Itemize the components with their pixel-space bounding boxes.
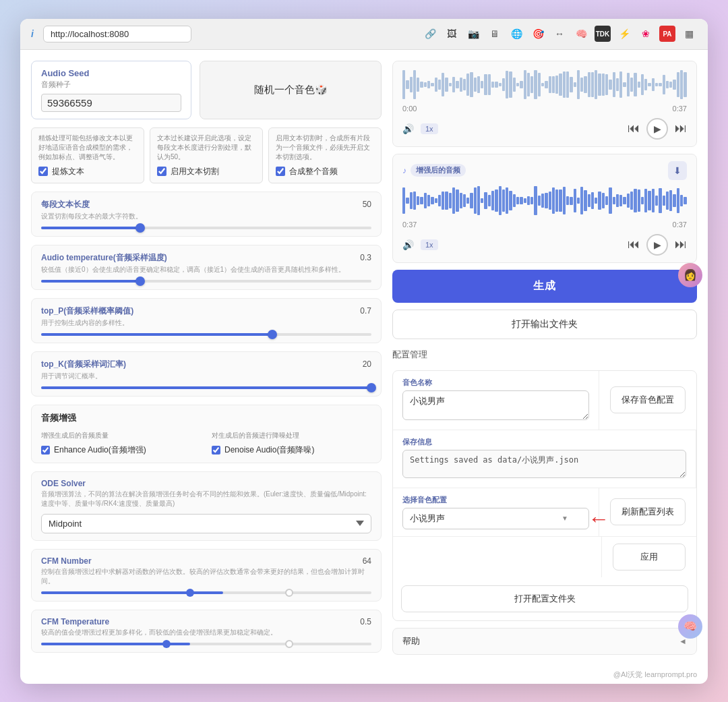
- merge-checkbox[interactable]: [276, 167, 285, 176]
- red-sq-icon[interactable]: PA: [659, 26, 675, 42]
- waveform-bar: [534, 186, 537, 216]
- skip-fwd-btn[interactable]: ⏭: [675, 121, 687, 136]
- waveform-bar: [484, 192, 487, 208]
- grid-icon[interactable]: ▦: [681, 26, 697, 42]
- waveform-bar: [677, 188, 679, 214]
- waveform-bar: [555, 189, 558, 212]
- apply-btn[interactable]: 应用: [613, 544, 686, 571]
- waveform-bar: [520, 197, 522, 204]
- denoise-col: 对生成后的音频进行降噪处理 Denoise Audio(音频降噪): [212, 431, 371, 456]
- waveform-bar: [516, 83, 519, 86]
- tdk-icon[interactable]: TDK: [595, 26, 611, 42]
- main-content: Audio Seed 音频种子 随机一个音色🎲 精炼处理可能包括修改文本以更好地…: [20, 50, 708, 666]
- help-row[interactable]: 帮助 ◄: [392, 628, 697, 655]
- enhanced-time-end: 0:37: [673, 221, 687, 229]
- speed-badge[interactable]: 1x: [421, 123, 438, 134]
- ai-icon[interactable]: ↔: [551, 26, 568, 42]
- text-length-thumb[interactable]: [135, 223, 145, 233]
- random-btn[interactable]: 随机一个音色🎲: [200, 61, 382, 119]
- waveform-bar: [595, 198, 597, 204]
- waveform-bar: [410, 77, 413, 93]
- select-voice-display[interactable]: 小说男声 ▼: [402, 508, 589, 529]
- waveform-bar: [402, 187, 405, 213]
- target-icon[interactable]: 🎯: [530, 26, 546, 42]
- audio-temp-track[interactable]: [41, 280, 371, 283]
- waveform-bar: [435, 78, 437, 91]
- split-checkbox[interactable]: [157, 167, 166, 176]
- cfm-temp-thumb2[interactable]: [285, 640, 293, 648]
- waveform-bar: [460, 78, 462, 92]
- globe-icon[interactable]: 🌐: [508, 26, 524, 42]
- text-length-track[interactable]: [41, 227, 371, 229]
- waveform-bar: [630, 192, 633, 210]
- camera-icon[interactable]: 📷: [465, 26, 481, 42]
- screen-icon[interactable]: 🖥: [487, 26, 503, 42]
- ode-select[interactable]: Euler Midpoint RK4: [41, 514, 371, 533]
- audio-temp-thumb[interactable]: [135, 276, 145, 286]
- cfm-number-track[interactable]: [41, 591, 371, 594]
- link-icon[interactable]: 🔗: [422, 26, 438, 42]
- top-p-thumb[interactable]: [268, 330, 277, 339]
- enhance-checkbox[interactable]: [41, 446, 50, 455]
- waveform-bar: [456, 81, 458, 88]
- waveform-bar: [541, 194, 544, 207]
- waveform-bar: [619, 195, 622, 207]
- enhance-col: 增强生成后的音频质量 Enhance Audio(音频增强): [41, 431, 201, 456]
- waveform-bar: [413, 70, 416, 99]
- waveform-bar: [449, 83, 452, 87]
- brain-icon[interactable]: 🧠: [573, 26, 589, 42]
- waveform1-controls: 🔊 1x ⏮ ▶ ⏭: [402, 118, 687, 140]
- denoise-checkbox-row: Denoise Audio(音频降噪): [212, 444, 371, 456]
- waveform-bar: [602, 193, 605, 208]
- cfm-temp-thumb1[interactable]: [162, 640, 171, 648]
- url-bar[interactable]: http://localhost:8080: [43, 26, 191, 42]
- vol-icon[interactable]: 🔊: [402, 123, 414, 134]
- bolt-icon[interactable]: ⚡: [616, 26, 632, 42]
- enhanced-vol-icon[interactable]: 🔊: [402, 239, 414, 250]
- top-k-track[interactable]: [41, 386, 371, 389]
- refresh-btn[interactable]: 刷新配置列表: [610, 498, 686, 525]
- enhanced-speed-badge[interactable]: 1x: [421, 239, 438, 250]
- waveform1-bars: [402, 68, 687, 102]
- refine-checkbox[interactable]: [38, 167, 48, 176]
- waveform-bar: [431, 197, 433, 205]
- waveform-bar: [484, 74, 487, 94]
- select-voice-value: 小说男声: [410, 513, 445, 525]
- save-voice-btn[interactable]: 保存音色配置: [610, 386, 686, 413]
- waveform-bar: [652, 189, 655, 212]
- denoise-checkbox[interactable]: [212, 446, 220, 455]
- brain-avatar[interactable]: 🧠: [678, 614, 702, 639]
- top-k-desc: 用于调节词汇概率。: [41, 372, 371, 381]
- open-folder-btn[interactable]: 打开输出文件夹: [392, 310, 697, 339]
- top-p-track[interactable]: [41, 333, 371, 336]
- enhanced-play-btn[interactable]: ▶: [646, 234, 668, 256]
- avatar[interactable]: 👩: [678, 263, 702, 287]
- skip-back-btn[interactable]: ⏮: [628, 121, 640, 136]
- waveform-bar: [491, 82, 494, 88]
- waveform-bar: [634, 73, 636, 96]
- enhanced-controls: 🔊 1x ⏮ ▶ ⏭: [402, 234, 687, 256]
- enhanced-skip-back-btn[interactable]: ⏮: [628, 237, 640, 252]
- seed-input[interactable]: [41, 94, 181, 112]
- waveform-bar: [527, 73, 530, 96]
- denoise-desc: 对生成后的音频进行降噪处理: [212, 431, 371, 440]
- open-config-btn[interactable]: 打开配置文件夹: [401, 585, 688, 612]
- checkbox-merge: 启用文本切割时，合成所有片段为一个音频文件，必须先开启文本切割选项。 合成整个音…: [268, 127, 382, 183]
- cfm-number-thumb1[interactable]: [186, 589, 194, 597]
- waveform-bar: [570, 197, 572, 205]
- download-btn[interactable]: ⬇: [668, 161, 687, 180]
- flower-icon[interactable]: ❀: [638, 26, 654, 42]
- waveform-bar: [474, 187, 477, 214]
- waveform-bar: [591, 72, 594, 97]
- enhanced-skip-fwd-btn[interactable]: ⏭: [675, 237, 687, 252]
- top-k-thumb[interactable]: [367, 383, 376, 392]
- waveform-bar: [488, 195, 491, 206]
- cfm-number-thumb2[interactable]: [285, 589, 293, 597]
- voice-name-input[interactable]: 小说男声: [402, 390, 589, 420]
- generate-btn[interactable]: 生成: [392, 270, 697, 303]
- apply-col: [393, 537, 602, 577]
- waveform-bar: [506, 187, 508, 214]
- photo-icon[interactable]: 🖼: [444, 26, 460, 42]
- cfm-temp-track[interactable]: [41, 643, 371, 645]
- play-btn[interactable]: ▶: [646, 118, 668, 140]
